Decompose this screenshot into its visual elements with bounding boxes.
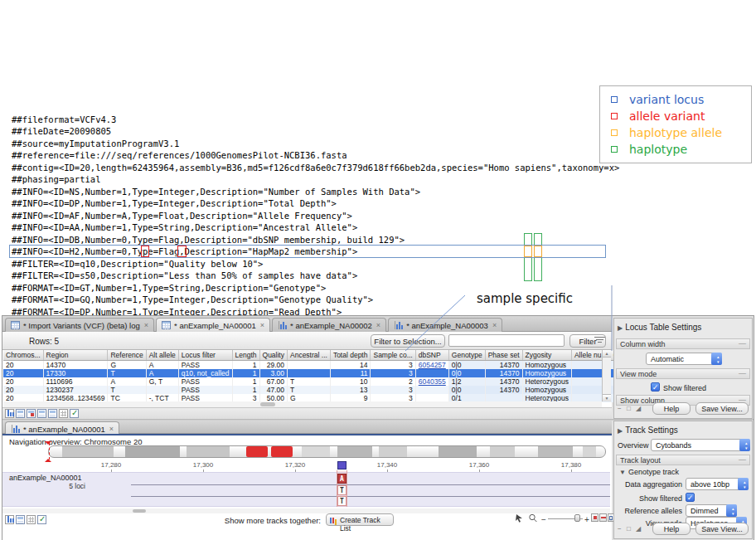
column-header[interactable]: Locus filter bbox=[178, 350, 232, 360]
dbsnp-link[interactable]: 6054257 bbox=[419, 361, 446, 369]
track-view-icon[interactable] bbox=[5, 409, 14, 418]
panel-collapse-icon[interactable]: ▶ bbox=[618, 427, 623, 435]
zoom-icon[interactable] bbox=[528, 513, 538, 523]
column-header[interactable]: Reference bbox=[108, 350, 146, 360]
chromosome-ideogram[interactable] bbox=[48, 445, 606, 458]
filter-to-selection-button[interactable]: Filter to Selection... bbox=[371, 334, 445, 348]
table-view-icon[interactable] bbox=[16, 409, 25, 418]
genotype-track-row[interactable] bbox=[2, 472, 610, 507]
column-header[interactable]: Ancestral ... bbox=[287, 350, 330, 360]
table-cell: q10, not_called bbox=[178, 369, 232, 377]
figure-canvas: ##fileformat=VCFv4.3##fileDate=20090805#… bbox=[0, 0, 756, 540]
group-view-mode[interactable]: View mode— bbox=[616, 368, 750, 379]
table-row[interactable]: 2014370GAPASS129.0014360542570|014370Hom… bbox=[3, 360, 691, 369]
track-view-icon[interactable] bbox=[5, 515, 14, 524]
group-track-layout[interactable]: Track layout— bbox=[616, 455, 750, 465]
column-header[interactable]: Quality bbox=[259, 350, 287, 360]
reference-alleles-select[interactable]: Dimmed bbox=[686, 504, 737, 517]
table-cell: Homozygous bbox=[522, 360, 571, 369]
table-horizontal-scrollbar[interactable] bbox=[3, 401, 602, 407]
data-aggregation-label: Data aggregation bbox=[614, 480, 682, 489]
check-view-icon[interactable] bbox=[70, 409, 79, 418]
create-track-list-button[interactable]: Create Track List bbox=[326, 513, 394, 526]
zoom-out-button[interactable]: − bbox=[541, 515, 546, 524]
dbsnp-link[interactable]: 6040355 bbox=[419, 377, 446, 386]
fit-width-button[interactable] bbox=[591, 513, 598, 522]
column-header[interactable]: dbSNP bbox=[415, 350, 448, 360]
column-header[interactable]: Length bbox=[232, 350, 259, 360]
table-cell: 3 bbox=[371, 394, 415, 402]
panel-resize-icons[interactable]: − □ ◢ bbox=[618, 405, 642, 412]
table-cell: A bbox=[108, 377, 146, 386]
column-header[interactable]: Region bbox=[43, 350, 108, 360]
close-icon[interactable]: × bbox=[376, 321, 380, 329]
centromere-band bbox=[246, 446, 268, 457]
group-column-width[interactable]: Column width— bbox=[616, 338, 750, 349]
tab-anexample-na00002[interactable]: * anExample_NA00002× bbox=[272, 318, 386, 332]
help-button[interactable]: Help bbox=[652, 523, 691, 535]
save-view-button[interactable]: Save View... bbox=[695, 402, 749, 415]
column-header[interactable]: Total depth bbox=[330, 350, 371, 360]
column-header[interactable]: Phase set bbox=[485, 350, 522, 360]
overview-select[interactable]: Cytobands bbox=[651, 439, 750, 451]
data-aggregation-select[interactable]: above 10bp bbox=[686, 478, 749, 490]
haplotype-allele-box-2[interactable]: T bbox=[337, 496, 346, 506]
genotype-track-label: ▼Genotype track bbox=[619, 468, 679, 476]
column-width-select[interactable]: Automatic bbox=[646, 353, 722, 365]
close-icon[interactable]: × bbox=[109, 425, 114, 433]
table-row[interactable]: 201230237TPASS147.00T1330|014370Homozygo… bbox=[3, 386, 691, 394]
table-row[interactable]: 201234568..1234569TC-, TCTPASS350.00G930… bbox=[3, 394, 691, 402]
cursor-icon[interactable] bbox=[515, 513, 524, 523]
scroll-up-icon[interactable]: ▲ bbox=[603, 350, 611, 358]
check-view-icon[interactable] bbox=[37, 515, 46, 524]
column-header[interactable]: Genotype bbox=[448, 350, 485, 360]
collapse-group-icon[interactable]: — bbox=[739, 455, 746, 464]
table-cell: Homozygous bbox=[522, 386, 571, 394]
show-filtered-checkbox[interactable]: ✓ bbox=[686, 493, 695, 502]
panel-resize-icons[interactable]: − □ ◢ bbox=[618, 525, 642, 533]
variant-locus-marker[interactable] bbox=[337, 461, 346, 469]
legend-item: variant locus bbox=[611, 91, 751, 108]
tab-anexample-na00003[interactable]: * anExample_NA00003× bbox=[388, 318, 502, 332]
grid-view-icon[interactable] bbox=[27, 515, 36, 524]
table-cell: G bbox=[287, 394, 330, 402]
column-header[interactable]: Sample co... bbox=[371, 350, 415, 360]
column-header[interactable]: Alt allele bbox=[146, 350, 178, 360]
scrollbar-thumb[interactable] bbox=[133, 509, 146, 513]
table-row[interactable]: 201110696AG, TPASS167.00T10260403551|214… bbox=[3, 377, 691, 386]
zoom-in-button[interactable]: + bbox=[584, 515, 589, 524]
table-view-icon[interactable] bbox=[16, 515, 25, 524]
cytoband bbox=[583, 446, 596, 457]
collapse-group-icon[interactable]: — bbox=[739, 369, 746, 377]
grid-view-icon[interactable] bbox=[59, 409, 68, 418]
save-view-button[interactable]: Save View... bbox=[695, 523, 749, 535]
tablered-view-icon[interactable] bbox=[27, 409, 36, 418]
table-cell: 6040355 bbox=[415, 377, 448, 386]
filter-menu-icon[interactable] bbox=[594, 337, 605, 345]
scroll-down-icon[interactable]: ▼ bbox=[603, 394, 611, 401]
column-header[interactable]: Zygosity bbox=[522, 350, 571, 360]
vcf-line: ##FORMAT=<ID=GQ,Number=1,Type=Integer,De… bbox=[12, 294, 745, 306]
close-icon[interactable]: × bbox=[144, 321, 148, 329]
table-vertical-scrollbar[interactable]: ▲▼ bbox=[602, 350, 611, 401]
table-row[interactable]: 2017330TAq10, not_called13.001130|014370… bbox=[3, 369, 691, 377]
close-icon[interactable]: × bbox=[492, 321, 497, 329]
scrollbar-thumb[interactable] bbox=[260, 402, 275, 406]
zoom-selection-button[interactable] bbox=[599, 513, 607, 522]
filter-input[interactable] bbox=[448, 334, 565, 347]
panel-collapse-icon[interactable]: ▶ bbox=[618, 324, 623, 332]
collapse-group-icon[interactable]: — bbox=[739, 339, 746, 348]
tab-anexample-na00001[interactable]: * anExample_NA00001× bbox=[156, 318, 270, 332]
table-view-icon[interactable] bbox=[37, 409, 46, 418]
expand-icon[interactable]: ▼ bbox=[619, 469, 626, 476]
table-cell: 20 bbox=[3, 369, 43, 377]
column-header[interactable]: Chromos... bbox=[3, 350, 43, 360]
help-button[interactable]: Help bbox=[652, 402, 691, 415]
close-icon[interactable]: × bbox=[260, 321, 264, 329]
allele-variant-box[interactable]: A bbox=[337, 474, 346, 484]
zoom-slider-thumb[interactable] bbox=[574, 514, 580, 522]
show-filtered-checkbox[interactable]: ✓ bbox=[651, 382, 660, 392]
table-view-icon[interactable] bbox=[48, 409, 57, 418]
haplotype-allele-box-1[interactable]: T bbox=[337, 485, 346, 495]
tab-import-variants-vcf-beta-log[interactable]: * Import Variants (VCF) (beta) log× bbox=[5, 318, 154, 332]
